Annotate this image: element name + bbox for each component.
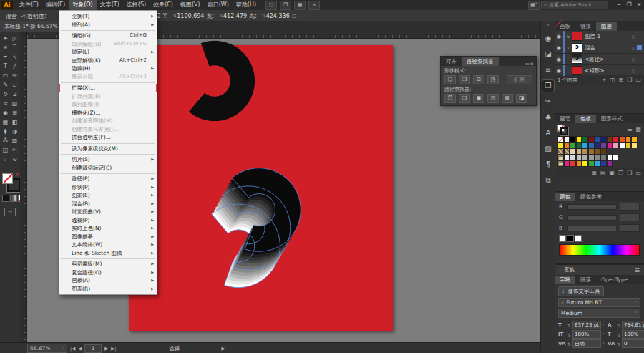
- menu-item[interactable]: 形状(P): [59, 183, 157, 192]
- layer-row[interactable]: ◉ ∨ 图层 1 ○: [555, 31, 644, 42]
- swatch[interactable]: [607, 160, 613, 167]
- color-button[interactable]: [2, 195, 9, 202]
- selection-indicator[interactable]: [637, 68, 642, 73]
- y-value[interactable]: 1100.694: [177, 13, 204, 19]
- menu-item[interactable]: 透视(P): [59, 216, 157, 225]
- swatch[interactable]: [588, 142, 595, 149]
- type-tool[interactable]: T: [1, 62, 10, 71]
- field-value[interactable]: 自动: [572, 339, 601, 348]
- character-styles-panel-icon[interactable]: A: [542, 127, 554, 139]
- menu-item[interactable]: 锁定(L): [59, 48, 157, 57]
- stepper-icon[interactable]: ⇅: [617, 323, 620, 328]
- expand-button[interactable]: 扩展: [507, 75, 532, 84]
- rotate-tool[interactable]: ↻: [1, 90, 10, 99]
- menu-item[interactable]: 创建裁切标记(C): [59, 164, 157, 173]
- close-button[interactable]: ✕: [634, 1, 644, 9]
- exclude-button[interactable]: ◳: [487, 75, 499, 84]
- swatch[interactable]: [588, 155, 595, 161]
- panel-tab[interactable]: 色板: [575, 115, 596, 123]
- line-segment-tool[interactable]: ╱: [10, 62, 19, 71]
- expand-arrow-icon[interactable]: ∨: [565, 34, 572, 39]
- swatch[interactable]: [600, 160, 607, 167]
- workspace-switcher-icon[interactable]: ⌁: [308, 1, 320, 10]
- field-value[interactable]: 0: [622, 339, 644, 348]
- eyedropper-tool[interactable]: ⧫: [1, 127, 10, 136]
- channel-slider[interactable]: [567, 215, 617, 221]
- merge-button[interactable]: ▣: [473, 94, 484, 103]
- gradient-tool[interactable]: ◧: [10, 117, 19, 127]
- menu-item[interactable]: 剪切蒙版(M): [59, 260, 157, 269]
- menu-item[interactable]: 设为像素级优化(M): [59, 145, 157, 153]
- direct-selection-tool[interactable]: ▷: [10, 34, 19, 43]
- swatch[interactable]: [564, 155, 570, 161]
- channel-value-field[interactable]: [620, 224, 640, 232]
- visibility-eye-icon[interactable]: ◉: [555, 68, 563, 74]
- stepper-icon[interactable]: ⇅: [617, 332, 620, 337]
- artboard-tool[interactable]: ◱: [1, 145, 10, 155]
- menu-item[interactable]: 拼合透明度(F)...: [59, 133, 157, 142]
- panel-tab[interactable]: 链接: [575, 22, 596, 31]
- menu-item[interactable]: 画板(A): [59, 276, 157, 285]
- stepper-icon[interactable]: ⇅: [567, 323, 571, 328]
- swatch[interactable]: [631, 142, 638, 149]
- delete-swatch-icon[interactable]: ▭: [635, 170, 641, 176]
- menu-item[interactable]: 图表(R): [59, 285, 157, 294]
- font-family-select[interactable]: ⌕ Futura Md BT ˅: [558, 298, 640, 307]
- swatch[interactable]: [613, 142, 619, 149]
- artboard-number-field[interactable]: 1: [84, 344, 102, 353]
- layer-row[interactable]: ◉ › ɔ 混合 ○: [555, 42, 644, 54]
- swatch[interactable]: [600, 155, 607, 161]
- last-artboard-icon[interactable]: ▶|: [111, 346, 116, 352]
- eraser-tool[interactable]: ▱: [10, 80, 19, 90]
- swatch-options-icon[interactable]: ▣: [610, 170, 615, 176]
- field-value[interactable]: 637.23 pt: [572, 321, 601, 329]
- channel-slider[interactable]: [567, 204, 617, 210]
- panel-tab[interactable]: 字符: [555, 276, 575, 284]
- blend-tool[interactable]: ◑: [10, 127, 19, 136]
- panel-tab[interactable]: 颜色参考: [575, 193, 607, 201]
- panel-tab[interactable]: 颜色: [555, 193, 575, 201]
- swatch[interactable]: [595, 155, 601, 161]
- swatch[interactable]: [557, 136, 564, 142]
- menubar-item[interactable]: 选择(S): [123, 0, 150, 10]
- new-sublayer-icon[interactable]: ⊞: [619, 77, 624, 84]
- fill-color-chip[interactable]: [2, 173, 13, 184]
- crop-button[interactable]: ◫: [487, 94, 499, 103]
- panel-tab[interactable]: 对齐: [441, 57, 462, 66]
- swatch[interactable]: [607, 142, 613, 149]
- swatch[interactable]: [564, 148, 570, 155]
- free-transform-tool[interactable]: ▧: [10, 99, 19, 108]
- swatch[interactable]: [576, 155, 582, 161]
- symbol-sprayer-tool[interactable]: ⁂: [1, 136, 10, 145]
- swatch-kinds-icon[interactable]: ▤: [600, 170, 606, 176]
- layer-name[interactable]: 混合: [585, 44, 630, 52]
- menu-item[interactable]: 复合路径(O): [59, 269, 157, 277]
- selection-indicator[interactable]: [637, 34, 642, 39]
- menubar-item[interactable]: 视图(V): [177, 0, 204, 10]
- magic-wand-tool[interactable]: ✳: [1, 43, 10, 52]
- channel-slider[interactable]: [567, 226, 617, 231]
- menubar-item[interactable]: 对象(O): [69, 0, 97, 10]
- swatch[interactable]: [582, 155, 588, 161]
- swatch[interactable]: [557, 148, 564, 155]
- list-view-icon[interactable]: ☰: [627, 126, 632, 132]
- collapse-panel-icon[interactable]: ◂◂ ☰: [525, 61, 536, 66]
- swatch[interactable]: [595, 160, 601, 167]
- menu-item[interactable]: 隐藏(H): [59, 64, 157, 73]
- swatch[interactable]: [600, 148, 607, 155]
- color-spectrum-bar[interactable]: [559, 244, 640, 256]
- menubar-item[interactable]: 效果(C): [150, 0, 177, 10]
- menu-item[interactable]: 显示全部 Alt+Ctrl+3: [59, 73, 157, 82]
- swatch[interactable]: [570, 155, 576, 161]
- swatch[interactable]: [564, 136, 570, 142]
- shape-builder-tool[interactable]: ◉: [1, 108, 10, 117]
- swatch[interactable]: [582, 148, 588, 155]
- menubar-item[interactable]: 编辑(E): [42, 0, 69, 10]
- menu-item[interactable]: 栅格化(Z)...: [59, 109, 157, 117]
- visibility-eye-icon[interactable]: ◉: [555, 57, 563, 62]
- transform-panel-header[interactable]: › 变换 ☰: [555, 264, 644, 275]
- stepper-icon[interactable]: ⇅: [567, 332, 571, 337]
- grid-view-icon[interactable]: ▦: [635, 126, 641, 132]
- target-circle-icon[interactable]: ○: [630, 45, 637, 50]
- none-chip[interactable]: [559, 235, 566, 242]
